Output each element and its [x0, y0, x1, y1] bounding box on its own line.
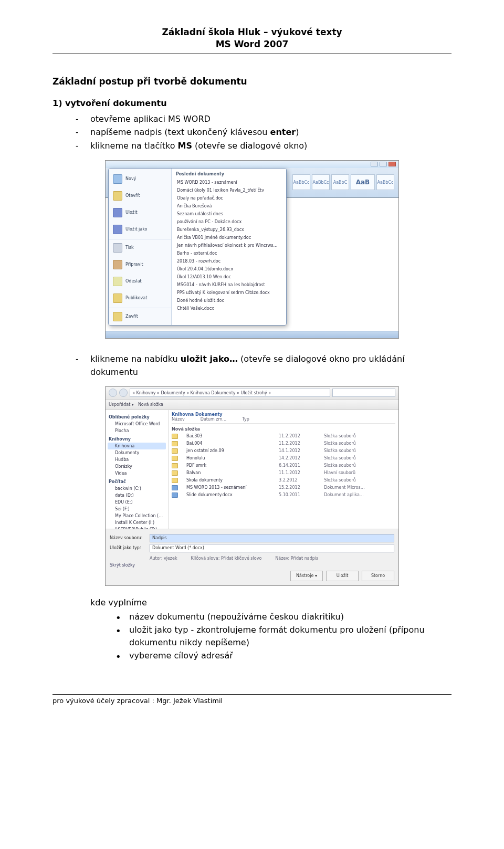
menu-label: Připravit: [125, 262, 143, 267]
nav-item[interactable]: Obrázky: [108, 463, 166, 470]
hide-folders-link[interactable]: Skrýt složky: [110, 563, 135, 568]
filename-input[interactable]: Nadpis: [150, 534, 394, 542]
menu-item-send[interactable]: Odeslat: [109, 273, 171, 290]
file-row[interactable]: Slide dokumenty.docx5.10.2011Dokument ap…: [172, 491, 395, 499]
nav-item[interactable]: data (D:): [108, 492, 166, 499]
file-type: Složka souborů: [324, 463, 356, 468]
nav-item[interactable]: Sei (F:): [108, 506, 166, 512]
file-type: Složka souborů: [324, 478, 356, 483]
nav-item[interactable]: Videa: [108, 470, 166, 477]
step-1-item-b: napíšeme nadpis (text ukončený klávesou …: [76, 125, 452, 139]
recent-doc[interactable]: Úkol 12/A013.10 Wen.doc: [176, 273, 282, 281]
meta-title-value[interactable]: Přidat nadpis: [291, 556, 318, 561]
file-row[interactable]: jen ostatní zde.0914.1.2012Složka soubor…: [172, 447, 395, 455]
col-type[interactable]: Typ: [242, 417, 249, 422]
search-field[interactable]: [332, 389, 395, 397]
menu-item-open[interactable]: Otevřít: [109, 187, 171, 204]
menu-label: Publikovat: [125, 296, 147, 300]
menu-item-new[interactable]: Nový: [109, 171, 171, 187]
file-name: MS WORD 2013 - seznámení: [186, 485, 270, 490]
cancel-button[interactable]: Storno: [362, 571, 394, 581]
office-menu-commands: Nový Otevřít Uložit Uložit jako Tisk Při…: [109, 169, 172, 326]
nav-item[interactable]: EDU (E:): [108, 499, 166, 506]
recent-doc[interactable]: Anička VB01 jméné dokumenty.doc: [176, 234, 282, 242]
col-date[interactable]: Datum zm…: [201, 417, 227, 422]
recent-doc[interactable]: MS WORD 2013 - seznámení: [176, 179, 282, 186]
recent-doc[interactable]: 2018.03 - rozvrh.doc: [176, 257, 282, 265]
recent-doc[interactable]: Jen návrh přihlašovací okolnost k pro Wi…: [176, 242, 282, 249]
meta-keywords-value[interactable]: Přidat klíčové slovo: [221, 556, 261, 561]
save-button[interactable]: Uložit: [326, 571, 359, 581]
nav-item[interactable]: backwin (C:): [108, 485, 166, 492]
nav-item[interactable]: Dokumenty: [108, 449, 166, 456]
step-1-title: 1) vytvoření dokumentu: [52, 98, 452, 108]
breadcrumb-field[interactable]: « Knihovny » Dokumenty » Knihovna Dokume…: [130, 389, 330, 397]
col-name[interactable]: Název: [172, 417, 185, 422]
recent-doc[interactable]: Doné hodné uložit.doc: [176, 297, 282, 305]
file-name: Škola dokumenty: [186, 478, 270, 483]
menu-item-close[interactable]: Zavřít: [109, 308, 171, 325]
menu-item-prepare[interactable]: Připravit: [109, 256, 171, 273]
menu-item-save[interactable]: Uložit: [109, 204, 171, 221]
recent-doc[interactable]: Domácí úkoly 01 lexikon Pavla_2_třetí čt…: [176, 186, 282, 194]
style-box[interactable]: AaBbCc: [292, 174, 310, 190]
minimize-button[interactable]: [371, 162, 378, 166]
nav-item[interactable]: Hudba: [108, 456, 166, 463]
folder-icon: [172, 470, 178, 476]
file-date: 5.10.2011: [279, 492, 316, 497]
tools-button[interactable]: Nástroje ▾: [290, 571, 323, 581]
nav-back-button[interactable]: [109, 389, 117, 397]
recent-doc[interactable]: Anička Burešová: [176, 202, 282, 210]
recent-doc[interactable]: Seznam událostí dnes: [176, 210, 282, 218]
nav-item[interactable]: Microsoft Office Word: [108, 421, 166, 427]
document-icon: [172, 485, 178, 490]
nav-forward-button[interactable]: [119, 389, 128, 397]
recent-doc[interactable]: MSG014 - návrh KURFH na les hoblajdrost: [176, 281, 282, 289]
nav-item[interactable]: Plocha: [108, 427, 166, 434]
recent-doc[interactable]: používání na PC - Dokáce.docx: [176, 218, 282, 226]
fill-in-lead: kde vyplníme: [52, 598, 452, 607]
nav-item[interactable]: My Place Collection (G:): [108, 512, 166, 519]
file-type: Složka souborů: [324, 448, 356, 453]
fill-in-item: uložit jako typ - zkontrolujeme formát d…: [116, 624, 452, 650]
recent-doc[interactable]: Úkol 20.4.04.16/omlo.docx: [176, 265, 282, 273]
file-row[interactable]: Škola dokumenty3.2.2012Složka souborů: [172, 477, 395, 484]
recent-doc[interactable]: Obaly na pořadač.doc: [176, 194, 282, 202]
prepare-icon: [113, 260, 122, 269]
nav-item[interactable]: Install K Center (I:): [108, 519, 166, 526]
new-icon: [113, 174, 122, 184]
item-text: otevřeme aplikaci MS WORD: [90, 114, 211, 124]
style-box[interactable]: AaBbCc: [312, 174, 330, 190]
dialog-bottom: Název souboru: Nadpis Uložit jako typ: D…: [106, 529, 398, 585]
close-button[interactable]: [388, 162, 396, 166]
file-row[interactable]: Balvan11.1.2012Hlavní souborů: [172, 469, 395, 477]
page-header-line1: Základní škola Hluk – výukové texty: [52, 26, 452, 38]
filetype-select[interactable]: Dokument Word (*.docx): [150, 544, 394, 552]
folder-icon: [172, 463, 178, 468]
style-box[interactable]: AaBbCc: [376, 174, 394, 190]
menu-item-publish[interactable]: Publikovat: [109, 290, 171, 307]
style-box[interactable]: AaB: [351, 174, 375, 190]
file-date: 11.1.2012: [279, 470, 316, 475]
toolbar-new-folder[interactable]: Nová složka: [138, 402, 163, 407]
nav-item-selected[interactable]: Knihovna: [108, 443, 166, 449]
recent-doc[interactable]: Barho - externí.doc: [176, 249, 282, 257]
toolbar-organize[interactable]: Uspořádat ▾: [109, 402, 134, 407]
step-1-item-c: klikneme na tlačítko MS (otevře se dialo…: [76, 139, 452, 153]
style-box[interactable]: AaBbC: [331, 174, 349, 190]
file-name: Bai.303: [186, 434, 270, 438]
recent-doc[interactable]: Chtěli Vašek.docx: [176, 305, 282, 312]
menu-item-print[interactable]: Tisk: [109, 239, 171, 256]
file-row[interactable]: Honolulu14.2.2012Složka souborů: [172, 455, 395, 462]
menu-item-save-as[interactable]: Uložit jako: [109, 221, 171, 238]
menu-label: Tisk: [125, 245, 134, 250]
file-row[interactable]: PDF smrk6.14.2011Složka souborů: [172, 462, 395, 469]
recent-doc[interactable]: PPS uživatý K kolegovaní sedrm Citáze.do…: [176, 289, 282, 297]
file-row[interactable]: MS WORD 2013 - seznámení15.2.2012Dokumen…: [172, 484, 395, 491]
file-row[interactable]: Bai.00411.2.2012Složka souborů: [172, 440, 395, 447]
meta-author-value[interactable]: vjezek: [164, 556, 177, 561]
file-row[interactable]: Bai.30311.2.2012Složka souborů: [172, 433, 395, 440]
save-icon: [113, 208, 122, 217]
recent-doc[interactable]: Burešenka_výstupy_26.93_docx: [176, 226, 282, 234]
maximize-button[interactable]: [380, 162, 387, 166]
